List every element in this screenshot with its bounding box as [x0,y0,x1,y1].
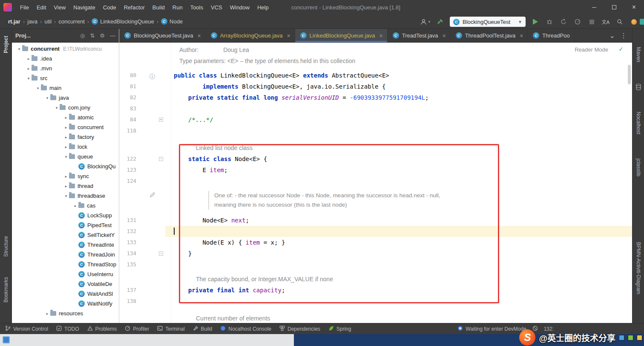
code-text[interactable]: Node(E x) { item = x; } [165,237,632,248]
tree-chevron-icon[interactable]: ▸ [63,184,69,188]
tree-item-java[interactable]: ▾java [12,93,119,103]
code-text[interactable] [165,226,632,237]
fold-marker-icon[interactable]: − [157,251,165,256]
line-number[interactable]: 123 [119,164,136,176]
taskbar-window-icon[interactable] [3,336,10,343]
tab-threadpoo[interactable]: CThreadPoo [528,29,574,42]
fold-marker-icon[interactable]: + [157,118,165,122]
line-number[interactable]: 138 [119,296,136,307]
status-problems[interactable]: Problems [87,326,117,332]
tree-chevron-icon[interactable]: ▸ [26,57,32,61]
tree-item-useinterru[interactable]: CUseInterru [12,269,119,279]
fold-marker-icon[interactable]: − [157,157,165,161]
tree-item-concurrent[interactable]: ▸concurrent [12,122,119,132]
hide-panel-icon[interactable]: — [110,32,115,39]
notifications-icon[interactable] [630,17,638,27]
toolwindow-structure[interactable]: Structure [3,236,9,257]
tree-item-src[interactable]: ▾src [12,73,119,83]
breadcrumb-concurrent[interactable]: concurrent [56,17,86,26]
tree-item-mvn[interactable]: ▸.mvn [12,63,119,73]
tree-chevron-icon[interactable]: ▾ [26,76,32,81]
run-with-coverage-button[interactable] [559,17,568,27]
toolwindow-jclasslib[interactable]: jclasslib [635,159,641,176]
menu-run[interactable]: Run [169,4,187,11]
fold-box-icon[interactable]: − [159,251,163,256]
tab-close-icon[interactable]: × [197,32,201,39]
tab-close-icon[interactable]: × [380,32,383,39]
tree-item-selltickety[interactable]: CSellTicketY [12,230,119,240]
search-everywhere-button[interactable] [615,17,624,27]
tree-item-sync[interactable]: ▸sync [12,171,119,181]
tree-chevron-icon[interactable]: ▾ [54,106,60,110]
code-text[interactable]: private final int capacity; [165,285,632,296]
status-build[interactable]: Build [193,326,213,332]
tree-chevron-icon[interactable]: ▸ [44,311,50,316]
menu-vcs[interactable]: VCS [207,4,226,11]
breadcrumb-java[interactable]: java [25,17,40,26]
tree-item-threadinte[interactable]: CThreadInte [12,240,119,250]
minimize-button[interactable] [584,0,604,14]
tab-close-icon[interactable]: × [520,32,523,39]
status-dependencies[interactable]: Dependencies [279,326,320,332]
reader-mode-label[interactable]: Reader Mode [575,46,608,53]
user-account-icon[interactable]: ▾ [420,17,430,27]
close-button[interactable]: × [624,0,644,14]
database-icon[interactable] [635,84,641,92]
status-nocalhost-console[interactable]: Nocalhost Console [220,326,271,332]
tree-item-threadjoin[interactable]: CThreadJoin [12,250,119,260]
code-text[interactable]: E item; [165,164,632,176]
project-panel-title[interactable]: Proj... [15,32,31,39]
tree-item-lock[interactable]: ▸lock [12,142,119,152]
code-text[interactable]: /*...*/ [165,114,632,125]
debug-button[interactable] [545,17,554,27]
tab-arrayblockingqueue-java[interactable]: CArrayBlockingQueue.java× [206,29,295,42]
line-number[interactable]: 135 [119,259,136,270]
breadcrumb-rt-jar[interactable]: rt.jar [6,17,23,26]
plugin-edge-icon[interactable] [640,19,644,25]
menu-navigate[interactable]: Navigate [69,4,99,11]
tree-item-pipedtest[interactable]: CPipedTest [12,220,119,230]
tab-close-icon[interactable]: × [287,32,290,39]
line-number[interactable]: 134 [119,248,136,259]
tree-item-main[interactable]: ▾main [12,83,119,93]
tab-linkedblockingqueue-java[interactable]: CLinkedBlockingQueue.java× [295,29,388,42]
line-number[interactable]: 132 [119,226,136,237]
tree-chevron-icon[interactable]: ▸ [63,115,69,120]
status-spring[interactable]: Spring [328,326,351,332]
tree-chevron-icon[interactable]: ▸ [63,174,69,179]
code-editor[interactable]: Author:Doug LeaType parameters: <E> – th… [119,43,632,323]
editor-scrollbar[interactable] [628,65,631,84]
menu-edit[interactable]: Edit [33,4,50,11]
tree-chevron-icon[interactable]: ▾ [16,47,22,51]
fold-box-icon[interactable]: + [159,118,163,122]
code-text[interactable]: implements BlockingQueue<E>, java.io.Ser… [165,81,632,92]
tree-chevron-icon[interactable]: ▾ [63,194,69,198]
override-icon[interactable]: ↓ [136,70,157,81]
tree-item-resources[interactable]: ▸resources [12,309,119,318]
tree-chevron-icon[interactable]: ▸ [63,145,69,149]
line-number[interactable]: 137 [119,285,136,296]
code-text[interactable]: public class LinkedBlockingQueue<E> exte… [165,70,632,81]
tree-item-cas[interactable]: ▸cas [12,201,119,210]
code-text[interactable]: static class Node<E> { [165,153,632,164]
fold-box-icon[interactable]: − [159,157,163,161]
line-number[interactable]: 118 [119,125,136,136]
tree-item-threadbase[interactable]: ▾threadbase [12,191,119,201]
tab-close-icon[interactable]: × [442,32,446,39]
tree-item-com-jony[interactable]: ▾com.jony [12,103,119,112]
menu-view[interactable]: View [50,4,69,11]
menu-tools[interactable]: Tools [187,4,207,11]
inspection-ok-icon[interactable]: ✓ [618,46,624,52]
line-number[interactable]: 131 [119,215,136,226]
line-number[interactable]: 80 [119,70,136,81]
tree-chevron-icon[interactable]: ▸ [26,66,32,71]
tree-item-locksupp[interactable]: CLockSupp [12,210,119,220]
tree-chevron-icon[interactable]: ▸ [72,204,78,208]
tree-item-threadstop[interactable]: CThreadStop [12,260,119,269]
menu-file[interactable]: File [16,4,33,11]
menu-window[interactable]: Window [226,4,253,11]
pencil-icon[interactable] [136,191,157,200]
code-text[interactable]: Node<E> next; [165,215,632,226]
tree-chevron-icon[interactable]: ▸ [63,135,69,139]
breadcrumb-util[interactable]: util [42,17,54,26]
